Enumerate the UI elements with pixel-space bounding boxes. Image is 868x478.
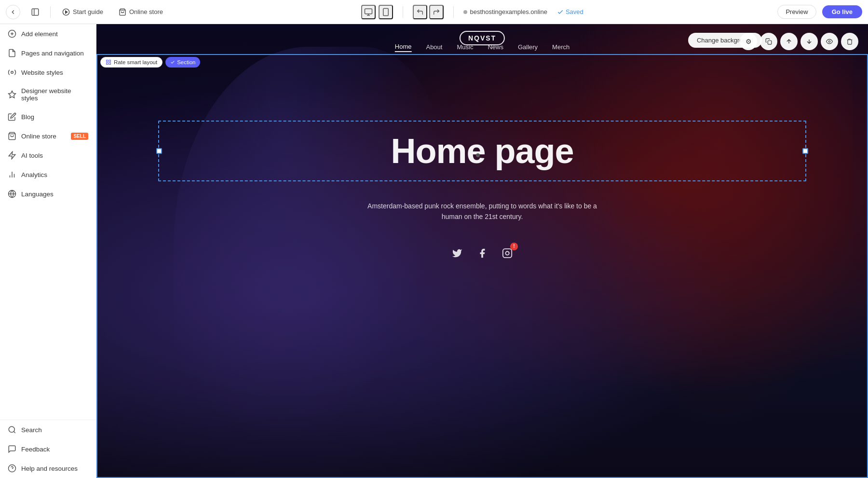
svg-rect-31 (107, 63, 108, 65)
nav-link-music[interactable]: Music (457, 42, 473, 52)
instagram-notification-badge: ! (510, 243, 518, 250)
main-layout: Add element Pages and navigation Website… (0, 24, 868, 478)
website-styles-label: Website styles (21, 69, 88, 76)
section-label: Section (177, 59, 195, 65)
desktop-device-button[interactable] (361, 5, 376, 19)
svg-point-21 (9, 426, 14, 432)
feedback-label: Feedback (21, 446, 88, 453)
device-switcher (361, 5, 393, 19)
svg-rect-25 (768, 41, 772, 44)
svg-rect-30 (109, 60, 111, 62)
settings-tool-button[interactable]: ⚙ (740, 33, 757, 50)
homepage-title: Home page (169, 131, 796, 171)
sidebar-item-search[interactable]: Search (0, 420, 96, 439)
rate-layout-label: Rate smart layout (114, 59, 157, 65)
sidebar-item-website-styles[interactable]: Website styles (0, 63, 96, 82)
saved-status: Saved (557, 8, 583, 15)
analytics-label: Analytics (21, 171, 88, 178)
homepage-title-wrapper[interactable]: Home page (158, 121, 806, 181)
svg-point-13 (11, 71, 14, 74)
sidebar-item-add-element[interactable]: Add element (0, 24, 96, 43)
pages-navigation-label: Pages and navigation (21, 50, 88, 57)
nav-link-merch[interactable]: Merch (552, 42, 570, 52)
nav-link-news[interactable]: News (488, 42, 503, 52)
svg-rect-33 (503, 249, 512, 258)
svg-marker-15 (9, 152, 15, 159)
languages-label: Languages (21, 191, 88, 198)
search-label: Search (21, 426, 88, 434)
sidebar-item-feedback[interactable]: Feedback (0, 439, 96, 459)
redo-button[interactable] (429, 5, 444, 19)
sidebar-item-designer-styles[interactable]: Designer website styles (0, 82, 96, 107)
nav-link-home[interactable]: Home (395, 42, 412, 52)
section-tag[interactable]: Section (165, 57, 200, 68)
homepage-element: Home page Amsterdam-based punk rock ense… (158, 121, 806, 260)
svg-rect-5 (365, 9, 372, 14)
sell-badge: SELL (71, 133, 88, 140)
section-tag-bar: Rate smart layout Section (96, 54, 204, 70)
canvas-toolbar: ⚙ (740, 33, 858, 50)
website-preview: NQVST Home About Music News Gallery Merc… (96, 24, 868, 478)
svg-rect-32 (109, 63, 111, 65)
sidebar-bottom: Search Feedback Help and resources (0, 420, 96, 478)
nav-link-gallery[interactable]: Gallery (518, 42, 538, 52)
ai-tools-label: AI tools (21, 152, 88, 159)
sidebar-item-pages-navigation[interactable]: Pages and navigation (0, 43, 96, 63)
sidebar-item-analytics[interactable]: Analytics (0, 165, 96, 184)
svg-point-28 (828, 41, 830, 42)
svg-marker-3 (66, 11, 68, 13)
twitter-social-icon[interactable] (450, 246, 464, 260)
canvas-area[interactable]: NQVST Home About Music News Gallery Merc… (96, 24, 868, 478)
sidebar-item-languages[interactable]: Languages (0, 184, 96, 204)
blog-label: Blog (21, 113, 88, 121)
sidebar-item-ai-tools[interactable]: AI tools (0, 146, 96, 165)
resize-handle-right[interactable] (802, 148, 808, 154)
sidebar-item-blog[interactable]: Blog (0, 107, 96, 126)
facebook-social-icon[interactable] (475, 246, 489, 260)
visibility-tool-button[interactable] (821, 33, 838, 50)
designer-styles-label: Designer website styles (21, 87, 88, 102)
move-up-tool-button[interactable] (780, 33, 798, 50)
undo-redo-controls (413, 5, 444, 19)
homepage-description: Amsterdam-based punk rock ensemble, putt… (357, 201, 608, 222)
instagram-social-icon-wrap: ! (501, 246, 514, 260)
svg-rect-0 (32, 9, 39, 15)
move-down-tool-button[interactable] (800, 33, 818, 50)
panel-toggle-button[interactable] (28, 5, 42, 19)
sidebar-item-help-resources[interactable]: Help and resources (0, 459, 96, 478)
online-store-label: Online store (21, 133, 66, 140)
mobile-device-button[interactable] (379, 5, 393, 19)
resize-handle-left[interactable] (156, 148, 162, 154)
sidebar-item-online-store[interactable]: Online store SELL (0, 126, 96, 146)
online-store-nav-button[interactable]: Online store (115, 6, 167, 18)
start-guide-button[interactable]: Start guide (58, 6, 107, 18)
nav-link-about[interactable]: About (426, 42, 442, 52)
svg-line-22 (14, 431, 15, 433)
top-bar: Start guide Online store (0, 0, 868, 24)
delete-tool-button[interactable] (841, 33, 858, 50)
svg-rect-29 (107, 60, 108, 62)
sidebar: Add element Pages and navigation Website… (0, 24, 96, 478)
website-nav-links: Home About Music News Gallery Merch (395, 42, 570, 52)
site-url: besthostingexamples.online (463, 8, 547, 15)
go-live-button[interactable]: Go live (822, 5, 862, 18)
rate-smart-layout-button[interactable]: Rate smart layout (100, 57, 163, 68)
preview-button[interactable]: Preview (777, 5, 816, 19)
undo-button[interactable] (413, 5, 427, 19)
duplicate-tool-button[interactable] (760, 33, 777, 50)
add-element-label: Add element (21, 30, 88, 38)
back-button[interactable] (6, 5, 20, 19)
help-resources-label: Help and resources (21, 465, 88, 472)
social-icons-bar: ! (450, 246, 514, 260)
